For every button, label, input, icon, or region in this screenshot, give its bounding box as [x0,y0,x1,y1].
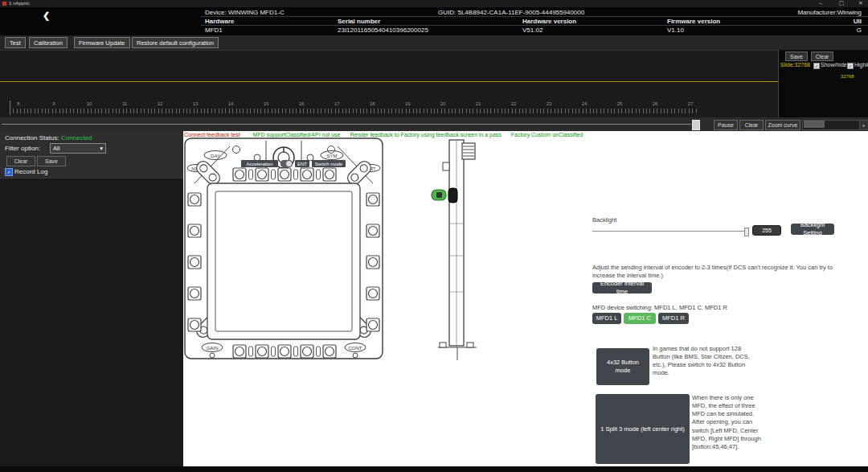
close-button[interactable]: ✕ [855,0,866,6]
osb-top-3[interactable] [278,168,291,181]
tab-firmware-update[interactable]: Firmware Update [74,37,130,48]
highlight-checkbox[interactable]: ✓ [847,63,854,69]
backlight-setting-button[interactable]: Backlight Setting [791,224,834,235]
osb-bottom-4[interactable] [301,345,313,358]
1-split-3-description: When there is only one MFD, the effect o… [692,394,763,451]
log-save-button[interactable]: Save [37,156,66,166]
label-day: DAY [211,154,220,158]
x-axis-minor-ticks [10,109,699,113]
x-tick-label: 27 [688,101,694,106]
osb-right-3[interactable] [366,256,379,269]
osb-bottom-1[interactable] [233,345,246,358]
osb-bottom-2[interactable] [256,345,268,358]
filter-option-label: Filter option: [5,145,40,152]
osb-left-2[interactable] [188,224,201,237]
mfd1-r-button[interactable]: MFD1 R [658,313,689,324]
tab-restore-default[interactable]: Restore default configuration [132,37,219,48]
app-icon [2,2,6,6]
x-tick-label: 15 [264,101,269,106]
log-area[interactable] [0,178,183,467]
osb-left-4[interactable] [188,287,201,300]
acceleration-toggle[interactable] [280,160,293,167]
osb-top-4[interactable] [301,168,313,181]
header-divider [201,16,868,17]
osb-right-5[interactable] [366,318,379,331]
mfd1-l-button[interactable]: MFD1 L [592,313,621,324]
val-hw-version: V51.02 [522,27,542,34]
left-sidebar: Connection Status: Connected Filter opti… [0,131,183,466]
side-encoder-knob[interactable] [448,188,457,203]
osb-right-2[interactable] [366,224,379,237]
mfd1-c-button[interactable]: MFD1 C [624,313,656,324]
ent-label: ENT [295,160,309,167]
1-split-3-mode-button[interactable]: 1 Split 3 mode (left center right) [596,394,690,464]
backlight-slider-track[interactable] [592,231,747,232]
line-value-label: 32768 [841,74,854,79]
val-fw-version: V1.10 [667,27,684,34]
osb-right-4[interactable] [366,287,379,300]
mfd-screen [215,191,352,331]
back-arrow-icon[interactable]: ❮ [43,10,50,21]
device-guid: GUID: 5L4B8942-CA1A-11EF-9005-4449559400… [438,9,584,16]
col-serial: Serial number [338,18,380,25]
osb-bottom-5[interactable] [323,345,336,358]
label-cont: CONT [349,346,362,351]
chart-control-row: Pause Clear Zoom curve ▸ [0,117,868,131]
x-tick-label: 18 [370,101,375,106]
minimize-button[interactable]: – [815,0,826,6]
val-serial: 23I12011650540410396200025 [338,27,428,34]
mfd-switch-label: MFD device switching: MFD1 L, MFD1 C, MF… [592,304,727,311]
x-tick-label: 10 [87,101,92,106]
osb-top-1[interactable] [233,168,246,181]
osb-top-2[interactable] [256,168,268,181]
window-title: 1 nApprtc [9,1,30,6]
maximize-button[interactable]: ▢ [836,0,847,6]
chevron-down-icon: ▾ [100,145,103,152]
4x32-button-mode-button[interactable]: 4x32 Button mode [596,348,649,385]
filter-select-value: All [53,145,59,152]
zoom-curve-button[interactable]: Zoom curve [765,120,800,130]
show-hide-checkbox[interactable]: ✓ [813,63,820,69]
osb-left-1[interactable] [188,193,201,206]
highlight-label: Highlight [854,62,868,68]
osb-top-5[interactable] [323,168,336,181]
osb-bottom-3[interactable] [278,345,291,358]
connection-status-value: Connected [61,134,92,142]
col-uid: UII [836,18,862,25]
scroll-right-arrow[interactable]: ▸ [859,120,868,130]
log-clear-button[interactable]: Clear [6,156,35,166]
backlight-label: Backlight [592,216,616,224]
osb-right-1[interactable] [366,193,379,206]
record-log-checkbox[interactable]: ✓ [5,168,13,176]
title-bar: 1 nApprtc – ▢ ✕ [0,0,868,7]
legend-save-button[interactable]: Save [785,51,808,61]
timeline-slider-handle[interactable] [692,120,700,130]
chart-clear-button[interactable]: Clear [739,120,764,130]
tab-test[interactable]: Test [5,37,26,48]
label-gain: GAIN [207,346,219,351]
side-knurled-knob[interactable] [462,143,475,159]
backlight-slider-handle[interactable] [744,228,749,236]
x-axis-ticks: 89101112131415161718192021222324252627 [0,101,778,108]
osb-left-3[interactable] [188,256,201,269]
legend-clear-button[interactable]: Clear [811,51,833,61]
x-axis-origin-mark [10,101,10,115]
device-name: Device: WINWING MFD1-C [205,9,285,16]
x-tick-label: 11 [122,101,127,106]
acceleration-label: Acceleration [241,160,278,167]
manufacturer: Manufacturer:Winwing [733,9,862,16]
encoder-interval-button[interactable]: Encoder interval time [592,282,652,293]
tab-calibration[interactable]: Calibration [29,37,68,48]
x-tick-label: 17 [334,101,340,106]
timeline-slider-track[interactable] [2,124,691,125]
x-tick-label: 12 [158,101,163,106]
4x32-description: In games that do not support 128 Button … [653,345,757,378]
col-hw-version: Hardware version [522,18,576,25]
chart-scrollbar-thumb[interactable] [804,121,825,128]
backlight-value: 255 [752,225,781,236]
pause-button[interactable]: Pause [714,120,738,130]
osb-left-5[interactable] [188,318,201,331]
signal-chart: 89101112131415161718192021222324252627 [0,50,778,118]
filter-select[interactable]: All ▾ [50,143,106,154]
switch-mode-label: Switch mode [312,160,346,167]
